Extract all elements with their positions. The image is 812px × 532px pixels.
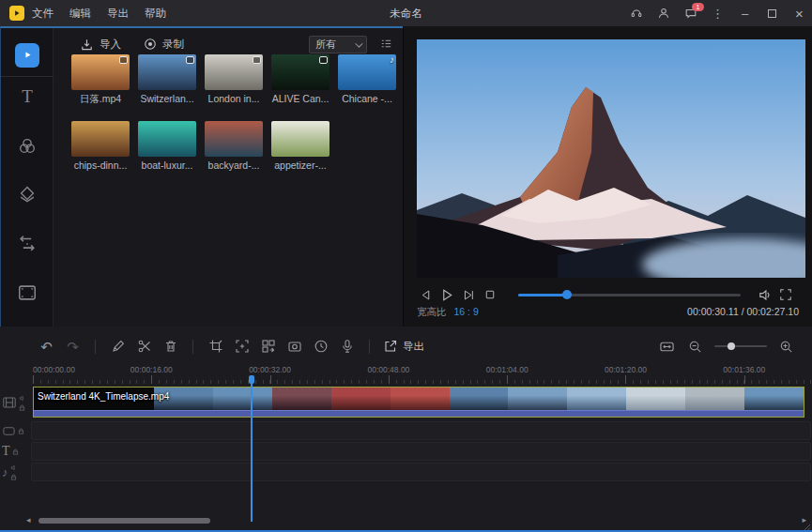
media-thumbnail[interactable] <box>205 54 263 90</box>
media-filter-dropdown[interactable]: 所有 <box>309 36 367 53</box>
media-item[interactable]: ALIVE Can... <box>271 54 329 106</box>
media-item[interactable]: London in... <box>205 54 263 106</box>
transform-button[interactable] <box>259 338 277 356</box>
fullscreen-button[interactable] <box>777 287 794 302</box>
sidebar-item-media[interactable] <box>1 34 54 77</box>
timeline-clip[interactable]: Switzerland 4K_Timelapse.mp4 <box>33 387 804 418</box>
timeline-zoom-slider[interactable] <box>714 345 767 347</box>
voiceover-button[interactable] <box>338 338 356 356</box>
titlebar-controls: 1 ⋮ – × <box>629 0 806 26</box>
play-button[interactable] <box>438 287 455 302</box>
media-grid: 日落.mp4Switzerlan...London in...ALIVE Can… <box>71 54 396 171</box>
media-thumbnail[interactable] <box>205 121 263 157</box>
edit-button[interactable] <box>109 338 127 356</box>
lock-track-icon[interactable] <box>10 474 17 480</box>
text-track-row[interactable] <box>31 442 811 461</box>
sidebar-item-filters[interactable] <box>1 128 54 165</box>
aspect-ratio[interactable]: 宽高比16 : 9 <box>417 306 479 319</box>
import-button[interactable]: 导入 <box>80 38 121 52</box>
delete-button[interactable] <box>161 338 179 356</box>
audio-track-header[interactable]: ♪ <box>2 464 28 479</box>
sidebar-item-elements[interactable] <box>1 274 54 312</box>
scroll-left-arrow[interactable]: ◂ <box>26 516 31 524</box>
playback-progress-slider[interactable] <box>518 294 741 296</box>
undo-button[interactable]: ↶ <box>38 338 55 356</box>
media-thumbnail[interactable] <box>71 54 130 90</box>
progress-knob[interactable] <box>562 290 572 299</box>
close-button[interactable]: × <box>792 7 806 21</box>
logo-play-glyph <box>12 8 22 18</box>
record-label: 录制 <box>162 38 184 52</box>
app-logo-icon[interactable] <box>9 6 24 21</box>
overlay-track-header[interactable] <box>2 423 28 438</box>
crop-button[interactable] <box>207 338 224 356</box>
titlebar: 文件编辑导出帮助 未命名 1 ⋮ – × <box>0 0 812 26</box>
media-item[interactable]: appetizer-... <box>271 121 329 171</box>
media-item[interactable]: boat-luxur... <box>138 121 196 171</box>
media-thumbnail[interactable] <box>138 54 196 90</box>
track-area: T ♪ <box>0 386 812 485</box>
lock-track-icon[interactable] <box>19 404 25 411</box>
media-item[interactable]: chips-dinn... <box>71 121 130 171</box>
media-item-label: appetizer-... <box>271 160 329 171</box>
clip-frame <box>213 388 272 410</box>
volume-button[interactable] <box>756 287 773 302</box>
sidebar-item-transitions[interactable] <box>1 225 54 263</box>
timeline-scrollbar[interactable]: ◂ ▸ <box>26 516 806 524</box>
scrollbar-thumb[interactable] <box>38 518 210 524</box>
mute-track-icon[interactable] <box>10 464 17 471</box>
preview-video[interactable] <box>417 39 805 278</box>
duration-button[interactable] <box>312 338 329 356</box>
media-item[interactable]: ♪Chicane -... <box>338 54 396 106</box>
menu-item[interactable]: 导出 <box>107 7 129 21</box>
media-thumbnail[interactable] <box>271 121 329 157</box>
media-item[interactable]: 日落.mp4 <box>71 54 130 106</box>
overlay-track-row[interactable] <box>31 421 811 440</box>
redo-button[interactable]: ↷ <box>64 338 82 356</box>
support-icon[interactable] <box>629 7 643 21</box>
media-item[interactable]: backyard-... <box>205 121 263 171</box>
maximize-button[interactable] <box>765 7 779 21</box>
text-track-header[interactable]: T <box>2 444 28 459</box>
previous-frame-button[interactable] <box>417 287 434 302</box>
media-thumbnail[interactable] <box>71 121 130 157</box>
zoom-out-button[interactable] <box>686 338 704 356</box>
record-button[interactable]: 录制 <box>144 38 184 52</box>
zoom-knob[interactable] <box>728 342 735 350</box>
messages-icon[interactable]: 1 <box>683 7 697 21</box>
sidebar-item-overlays[interactable] <box>1 176 54 214</box>
media-item[interactable]: Switzerlan... <box>138 54 196 106</box>
notification-badge: 1 <box>692 3 704 11</box>
video-track-header[interactable] <box>2 391 28 414</box>
sidebar-item-text[interactable]: T <box>1 78 54 115</box>
export-icon <box>383 339 398 354</box>
split-button[interactable] <box>135 338 153 356</box>
export-button[interactable]: 导出 <box>383 339 424 354</box>
timeline-ruler[interactable]: 00:00:00.0000:00:16.0000:00:32.0000:00:4… <box>30 364 812 384</box>
fit-timeline-button[interactable] <box>658 338 676 356</box>
menu-item[interactable]: 编辑 <box>69 7 91 21</box>
list-view-icon[interactable] <box>379 37 393 51</box>
minimize-button[interactable]: – <box>738 7 752 21</box>
media-thumbnail[interactable] <box>271 54 329 90</box>
mute-track-icon[interactable] <box>19 395 25 402</box>
more-menu-icon[interactable]: ⋮ <box>711 7 725 21</box>
lock-track-icon[interactable] <box>18 428 24 434</box>
account-icon[interactable] <box>656 7 670 21</box>
menu-item[interactable]: 文件 <box>32 7 54 21</box>
menu-item[interactable]: 帮助 <box>145 7 166 21</box>
stop-button[interactable] <box>482 287 498 302</box>
next-frame-button[interactable] <box>460 287 477 302</box>
clip-frame <box>626 388 685 410</box>
matterhorn-frame <box>417 39 805 278</box>
lock-track-icon[interactable] <box>12 448 19 455</box>
zoom-in-button[interactable] <box>777 338 795 356</box>
media-thumbnail[interactable] <box>138 121 196 157</box>
text-icon: T <box>22 86 33 107</box>
snapshot-button[interactable] <box>285 338 303 356</box>
audio-track-row[interactable] <box>31 463 811 481</box>
playhead-handle[interactable] <box>249 375 254 384</box>
playhead[interactable] <box>251 375 253 522</box>
scale-button[interactable] <box>233 338 251 356</box>
media-thumbnail[interactable]: ♪ <box>338 54 396 90</box>
